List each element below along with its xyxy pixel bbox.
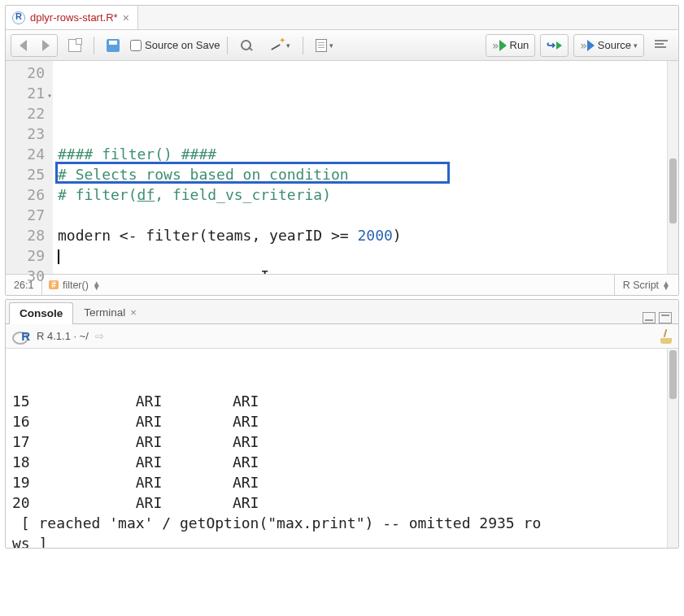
console-tab-bar: Console Terminal× (6, 300, 678, 324)
code-line[interactable]: # filter(df, field_vs_criteria) (58, 184, 673, 205)
source-on-save-label: Source on Save (145, 39, 220, 51)
arrow-left-icon (20, 40, 27, 51)
close-icon[interactable]: × (130, 306, 137, 319)
chevron-down-icon: ▾ (286, 41, 290, 50)
source-on-save-control[interactable]: Source on Save (130, 39, 220, 51)
source-label: Source (598, 39, 631, 51)
file-tab-name: dplyr-rows-start.R* (30, 11, 118, 24)
run-button[interactable]: » Run (487, 36, 534, 55)
rerun-group: ↪ (540, 34, 569, 57)
console-pane: Console Terminal× R 4.1.1 · ~/ ⇨ 15 ARI … (5, 299, 679, 549)
code-line[interactable]: modern <- filter(teams, yearID >= 2000) (58, 225, 673, 245)
editor-status-bar: 26:1 # filter() ▲▼ R Script ▲▼ (6, 274, 678, 295)
line-number: 28 (11, 225, 45, 245)
console-output-row: 15 ARI ARI (12, 391, 672, 411)
popout-icon (68, 39, 81, 52)
pane-controls (643, 312, 678, 323)
separator (303, 37, 303, 54)
tab-console-label: Console (20, 307, 63, 319)
code-tools-button[interactable]: ▾ (264, 35, 296, 56)
function-chip-icon: # (49, 280, 59, 289)
code-editor[interactable]: 2021222324252627282930 #### filter() ###… (6, 61, 678, 274)
line-number: 29 (11, 245, 45, 266)
file-type-selector[interactable]: R Script ▲▼ (614, 275, 678, 295)
source-toolbar: Source on Save ▾ ▾ » Run ↪ » Source (6, 30, 678, 61)
source-arrow-icon (587, 40, 595, 51)
tab-terminal[interactable]: Terminal× (73, 301, 147, 323)
console-scrollbar[interactable] (667, 349, 678, 548)
source-group: » Source ▾ (573, 34, 644, 57)
share-icon[interactable]: ⇨ (95, 330, 104, 342)
arrow-right-icon (42, 40, 50, 51)
line-number: 25 (11, 164, 45, 184)
console-output-row: 19 ARI ARI (12, 472, 672, 492)
code-line[interactable]: # Selects rows based on condition (58, 164, 673, 184)
popout-button[interactable] (63, 35, 87, 56)
file-tab[interactable]: dplyr-rows-start.R* × (6, 6, 138, 29)
editor-scrollbar[interactable] (667, 61, 678, 274)
chevron-down-icon: ▾ (634, 41, 638, 50)
source-editor-pane: dplyr-rows-start.R* × Source on Save ▾ ▾… (5, 5, 679, 296)
source-on-save-checkbox[interactable] (130, 40, 142, 51)
save-button[interactable] (101, 35, 125, 56)
console-output-row: 20 ARI ARI (12, 492, 672, 513)
scrollbar-thumb[interactable] (669, 158, 677, 223)
r-file-icon (12, 11, 25, 24)
console-output-row: 18 ARI ARI (12, 452, 672, 472)
console-output-row: ws ] (12, 533, 672, 548)
broom-icon[interactable] (659, 329, 672, 344)
close-icon[interactable]: × (123, 11, 129, 24)
line-number: 27 (11, 205, 45, 225)
line-number: 23 (11, 124, 45, 144)
save-icon (107, 39, 120, 52)
line-number: 21 (11, 83, 45, 103)
line-number: 22 (11, 103, 45, 124)
rerun-button[interactable]: ↪ (542, 36, 567, 55)
line-number: 30 (11, 266, 45, 286)
run-group: » Run (486, 34, 535, 57)
status-scope[interactable]: # filter() ▲▼ (42, 280, 107, 291)
notebook-icon (316, 39, 327, 52)
chevron-down-icon: ▾ (329, 41, 333, 50)
run-arrow-icon (499, 40, 507, 51)
file-type-label: R Script (623, 280, 659, 291)
source-chevrons-icon: » (580, 39, 585, 52)
console-header: R 4.1.1 · ~/ ⇨ (6, 324, 678, 349)
sortable-icon: ▲▼ (93, 281, 101, 289)
status-function-name: filter() (63, 280, 89, 291)
code-line[interactable]: I (58, 266, 673, 274)
nav-forward-button[interactable] (35, 36, 56, 55)
line-number: 20 (11, 63, 45, 83)
search-icon (240, 39, 253, 52)
find-button[interactable] (234, 35, 259, 56)
nav-group (11, 34, 58, 57)
line-number: 24 (11, 144, 45, 164)
r-logo-icon (12, 329, 30, 344)
code-area[interactable]: #### filter() ##### Selects rows based o… (53, 61, 678, 274)
wand-icon (269, 39, 284, 52)
maximize-icon[interactable] (659, 312, 672, 323)
tab-console[interactable]: Console (9, 302, 73, 324)
nav-back-button[interactable] (12, 36, 33, 55)
separator (94, 37, 94, 54)
code-line[interactable]: #### filter() #### (58, 144, 673, 164)
notebook-button[interactable]: ▾ (310, 35, 339, 56)
run-chevrons-icon: » (492, 39, 497, 52)
source-button[interactable]: » Source ▾ (575, 36, 643, 55)
scrollbar-thumb[interactable] (669, 350, 677, 399)
file-tab-bar: dplyr-rows-start.R* × (6, 6, 678, 30)
outline-button[interactable] (649, 35, 673, 56)
sortable-icon: ▲▼ (662, 281, 670, 289)
r-version-label: R 4.1.1 · ~/ (37, 330, 89, 342)
tab-terminal-label: Terminal (84, 306, 125, 319)
console-output[interactable]: 15 ARI ARI16 ARI ARI17 ARI ARI18 ARI ARI… (6, 349, 678, 548)
rerun-arrow-icon (556, 41, 562, 50)
run-label: Run (510, 39, 529, 51)
minimize-icon[interactable] (643, 312, 656, 323)
separator (227, 37, 228, 54)
console-output-row: 17 ARI ARI (12, 432, 672, 452)
line-number: 26 (11, 184, 45, 205)
code-line[interactable] (58, 245, 673, 266)
code-line[interactable] (58, 205, 673, 225)
code-line[interactable] (58, 124, 673, 144)
